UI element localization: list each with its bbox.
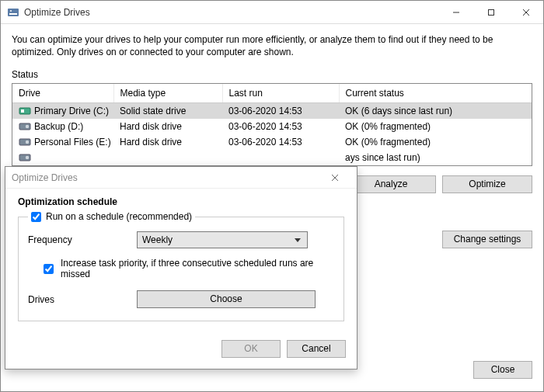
svg-point-10 (26, 125, 29, 128)
ok-button[interactable]: OK (221, 340, 281, 358)
priority-checkbox[interactable] (44, 264, 54, 274)
run-on-schedule-checkbox[interactable] (31, 212, 41, 222)
drive-media: Solid state drive (113, 103, 222, 120)
svg-rect-0 (8, 9, 19, 16)
drives-table-frame: Drive Media type Last run Current status… (12, 83, 532, 166)
dialog-title: Optimize Drives (12, 172, 78, 183)
svg-point-12 (26, 140, 29, 144)
cancel-button[interactable]: Cancel (287, 340, 346, 358)
drive-media (113, 150, 222, 165)
drive-status: ays since last run) (339, 150, 532, 165)
status-label: Status (12, 69, 532, 80)
frequency-label: Frequency (28, 234, 137, 245)
drive-name: Personal Files (E:) (34, 137, 111, 147)
schedule-heading: Optimization schedule (18, 196, 344, 207)
analyze-button[interactable]: Analyze (346, 175, 436, 193)
drive-status: OK (6 days since last run) (339, 103, 532, 120)
svg-point-14 (26, 156, 29, 159)
titlebar: Optimize Drives (1, 1, 543, 24)
table-row[interactable]: Personal Files (E:)Hard disk drive03-06-… (12, 134, 532, 150)
drive-media: Hard disk drive (113, 134, 222, 150)
dialog-button-row: OK Cancel (5, 332, 357, 369)
svg-rect-4 (488, 9, 493, 15)
schedule-dialog: Optimize Drives Optimization schedule Ru… (5, 166, 357, 369)
table-row[interactable]: Primary Drive (C:)Solid state drive03-06… (12, 103, 532, 120)
table-header-row: Drive Media type Last run Current status (12, 84, 532, 103)
app-icon (7, 6, 19, 19)
close-button[interactable] (508, 1, 543, 23)
footer-row: Close (473, 361, 532, 379)
run-on-schedule-row[interactable]: Run on a schedule (recommended) (28, 211, 195, 222)
table-row[interactable]: ays since last run) (12, 150, 532, 165)
dialog-close-button[interactable] (319, 171, 350, 184)
drives-label: Drives (28, 294, 137, 305)
dialog-titlebar: Optimize Drives (5, 167, 357, 189)
intro-text: You can optimize your drives to help you… (12, 33, 532, 58)
schedule-fieldset: Run on a schedule (recommended) Frequenc… (18, 217, 344, 321)
svg-point-2 (10, 10, 12, 12)
drive-icon (19, 106, 31, 116)
drive-icon (19, 122, 31, 131)
close-main-button[interactable]: Close (473, 361, 532, 379)
drive-icon (19, 137, 31, 147)
drive-lastrun (222, 150, 339, 165)
svg-rect-8 (21, 109, 24, 113)
drive-name: Primary Drive (C:) (34, 106, 109, 116)
drive-status: OK (0% fragmented) (339, 119, 532, 134)
drives-table[interactable]: Drive Media type Last run Current status… (12, 84, 532, 165)
optimize-button[interactable]: Optimize (442, 175, 532, 193)
drives-row: Drives Choose (28, 290, 334, 308)
drive-icon (19, 153, 31, 162)
col-lastrun[interactable]: Last run (222, 84, 339, 103)
drive-name: Backup (D:) (34, 121, 83, 132)
frequency-select[interactable]: Weekly (137, 231, 308, 248)
priority-label: Increase task priority, if three consecu… (61, 258, 334, 279)
change-settings-button[interactable]: Change settings (442, 231, 532, 248)
window-controls (438, 1, 543, 23)
maximize-button[interactable] (473, 1, 508, 23)
minimize-button[interactable] (438, 1, 473, 23)
col-drive[interactable]: Drive (12, 84, 113, 103)
drive-lastrun: 03-06-2020 14:53 (222, 134, 339, 150)
drive-lastrun: 03-06-2020 14:53 (222, 119, 339, 134)
window-title: Optimize Drives (24, 7, 90, 18)
drive-status: OK (0% fragmented) (339, 134, 532, 150)
drive-media: Hard disk drive (113, 119, 222, 134)
table-row[interactable]: Backup (D:)Hard disk drive03-06-2020 14:… (12, 119, 532, 134)
choose-drives-button[interactable]: Choose (137, 290, 316, 308)
svg-rect-1 (9, 13, 17, 15)
frequency-row: Frequency Weekly (28, 231, 334, 248)
dialog-body: Optimization schedule Run on a schedule … (5, 189, 357, 332)
col-status[interactable]: Current status (339, 84, 532, 103)
run-on-schedule-label: Run on a schedule (recommended) (46, 211, 192, 222)
priority-row[interactable]: Increase task priority, if three consecu… (40, 258, 334, 279)
col-media[interactable]: Media type (113, 84, 222, 103)
drive-lastrun: 03-06-2020 14:53 (222, 103, 339, 120)
frequency-value: Weekly (142, 234, 173, 245)
